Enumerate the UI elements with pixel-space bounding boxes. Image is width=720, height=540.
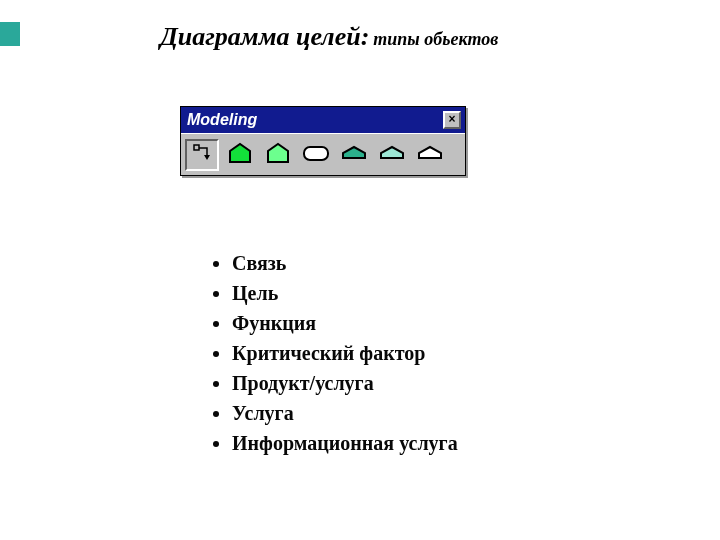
service-tool[interactable] (375, 139, 409, 171)
window-title: Modeling (187, 111, 257, 129)
svg-rect-0 (194, 145, 199, 150)
list-item: Услуга (232, 398, 458, 428)
goal-tool[interactable] (223, 139, 257, 171)
page-title: Диаграмма целей: типы обьектов (160, 22, 498, 52)
list-item: Функция (232, 308, 458, 338)
goal-icon (227, 142, 253, 168)
titlebar[interactable]: Modeling × (181, 107, 465, 133)
close-icon: × (448, 112, 455, 126)
svg-marker-1 (204, 155, 210, 160)
function-tool[interactable] (261, 139, 295, 171)
list-item: Продукт/услуга (232, 368, 458, 398)
legend-list: СвязьЦельФункцияКритический факторПродук… (210, 248, 458, 458)
info-service-icon (416, 145, 444, 165)
link-tool[interactable] (185, 139, 219, 171)
toolbar (181, 133, 465, 175)
product-service-tool[interactable] (337, 139, 371, 171)
list-item: Цель (232, 278, 458, 308)
close-button[interactable]: × (443, 111, 461, 129)
page-title-main: Диаграмма целей: (160, 22, 369, 51)
service-icon (378, 145, 406, 165)
info-service-tool[interactable] (413, 139, 447, 171)
svg-rect-2 (304, 147, 328, 160)
product-service-icon (340, 145, 368, 165)
page-title-sub: типы обьектов (373, 29, 498, 49)
list-item: Информационная услуга (232, 428, 458, 458)
list-item: Критический фактор (232, 338, 458, 368)
critical-factor-icon (302, 143, 330, 167)
link-icon (191, 142, 213, 168)
critical-factor-tool[interactable] (299, 139, 333, 171)
function-icon (265, 142, 291, 168)
list-item: Связь (232, 248, 458, 278)
modeling-toolbar-window: Modeling × (180, 106, 466, 176)
decorative-accent (0, 22, 20, 46)
